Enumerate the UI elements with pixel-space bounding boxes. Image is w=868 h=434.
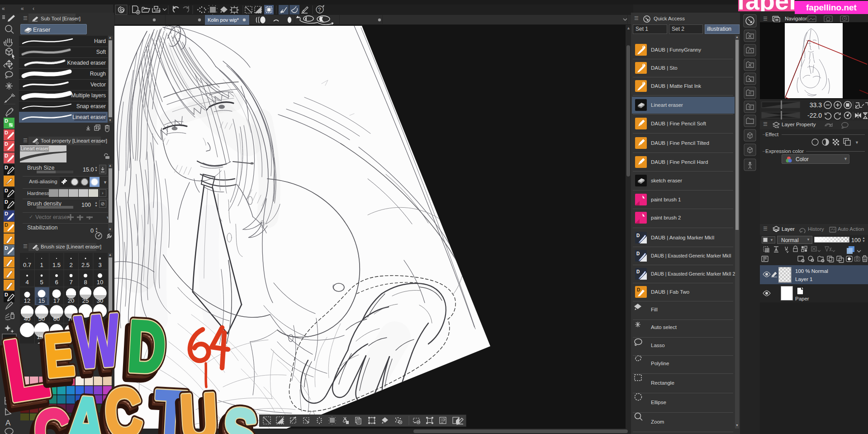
- svg-text:-22.0: -22.0: [807, 112, 822, 119]
- svg-text:Multiple layers: Multiple layers: [71, 92, 106, 99]
- svg-text:Snap eraser: Snap eraser: [76, 103, 106, 110]
- svg-text:2: 2: [69, 262, 72, 268]
- svg-text:Hard: Hard: [94, 38, 106, 44]
- svg-text:Lineart eraser: Lineart eraser: [651, 102, 683, 108]
- svg-text:10: 10: [97, 279, 103, 286]
- svg-text:DAUB | Analog Marker MkII: DAUB | Analog Marker MkII: [651, 235, 714, 240]
- svg-text:5: 5: [40, 279, 43, 286]
- svg-text:Kolin pov wip*: Kolin pov wip*: [208, 17, 239, 23]
- svg-text:1.5: 1.5: [52, 262, 61, 268]
- svg-text:DAUB | Exausted Generic Marker: DAUB | Exausted Generic Marker MkII: [651, 253, 731, 258]
- svg-text:Vector: Vector: [90, 81, 106, 88]
- svg-text:sketch eraser: sketch eraser: [651, 178, 682, 183]
- svg-text:paint brush 2: paint brush 2: [651, 215, 681, 220]
- svg-text:D: D: [5, 165, 8, 170]
- svg-text:D: D: [5, 130, 8, 135]
- svg-text:0.7: 0.7: [23, 262, 31, 268]
- svg-text:DAUB | Fine Pencil Soft: DAUB | Fine Pencil Soft: [651, 121, 707, 126]
- svg-text:▼: ▼: [855, 140, 859, 145]
- svg-text:DAUB | Fine Pencil Hard: DAUB | Fine Pencil Hard: [651, 159, 708, 165]
- svg-text:70: 70: [68, 315, 74, 322]
- svg-text:40: 40: [24, 315, 30, 322]
- svg-text:2.5: 2.5: [81, 262, 90, 268]
- svg-text:7: 7: [69, 279, 72, 286]
- svg-text:33.3: 33.3: [810, 101, 822, 109]
- svg-text:Auto select: Auto select: [651, 324, 677, 330]
- svg-text:Kneaded eraser: Kneaded eraser: [67, 60, 106, 66]
- svg-text:DAUB | FunnyGranny: DAUB | FunnyGranny: [651, 47, 701, 52]
- svg-text:DAUB | Matte Flat Ink: DAUB | Matte Flat Ink: [651, 83, 701, 89]
- svg-text:D: D: [5, 188, 8, 193]
- svg-text:Fill: Fill: [651, 307, 658, 312]
- svg-text:12: 12: [24, 297, 30, 304]
- svg-text:1: 1: [40, 262, 43, 268]
- svg-text:D: D: [5, 199, 8, 205]
- svg-text:60: 60: [53, 315, 60, 322]
- svg-text:DAUB | Fab Two: DAUB | Fab Two: [651, 289, 689, 295]
- svg-text:D: D: [5, 245, 8, 251]
- svg-text:DAUB | Exausted Generic Marker: DAUB | Exausted Generic Marker MkII 2: [651, 272, 735, 277]
- svg-text:DAUB | Fine Pencil Tilted: DAUB | Fine Pencil Tilted: [651, 140, 709, 146]
- svg-text:?: ?: [318, 7, 321, 13]
- svg-text:DAUB | Sto: DAUB | Sto: [651, 65, 678, 71]
- svg-text:Lineart eraser: Lineart eraser: [72, 114, 106, 120]
- svg-text:D: D: [5, 292, 8, 297]
- svg-text:150: 150: [37, 334, 47, 340]
- svg-text:25: 25: [82, 297, 89, 304]
- svg-text:▼: ▼: [103, 180, 107, 185]
- svg-text:Rectangle: Rectangle: [651, 380, 674, 386]
- svg-text:Rough: Rough: [90, 71, 106, 77]
- svg-text:Soft: Soft: [96, 49, 106, 55]
- svg-text:17: 17: [53, 297, 60, 304]
- svg-text:6: 6: [55, 279, 58, 286]
- svg-text:A: A: [5, 419, 11, 427]
- svg-text:D: D: [5, 211, 8, 216]
- svg-text:Polyline: Polyline: [651, 361, 669, 366]
- svg-text:D: D: [5, 153, 8, 158]
- svg-text:8: 8: [84, 279, 87, 286]
- svg-text:4: 4: [25, 279, 28, 286]
- svg-text:Zoom: Zoom: [651, 419, 664, 424]
- svg-text:30: 30: [97, 297, 103, 304]
- svg-text:D: D: [5, 118, 8, 124]
- svg-text:3: 3: [98, 262, 101, 268]
- svg-text:D: D: [5, 222, 8, 228]
- svg-text:15: 15: [38, 297, 45, 304]
- svg-text:Lasso: Lasso: [651, 343, 665, 348]
- svg-text:20: 20: [68, 297, 74, 304]
- svg-text:50: 50: [38, 315, 45, 322]
- svg-text:Ellipse: Ellipse: [651, 400, 666, 405]
- svg-text:D: D: [5, 141, 8, 147]
- svg-text:paint brush 1: paint brush 1: [651, 197, 681, 202]
